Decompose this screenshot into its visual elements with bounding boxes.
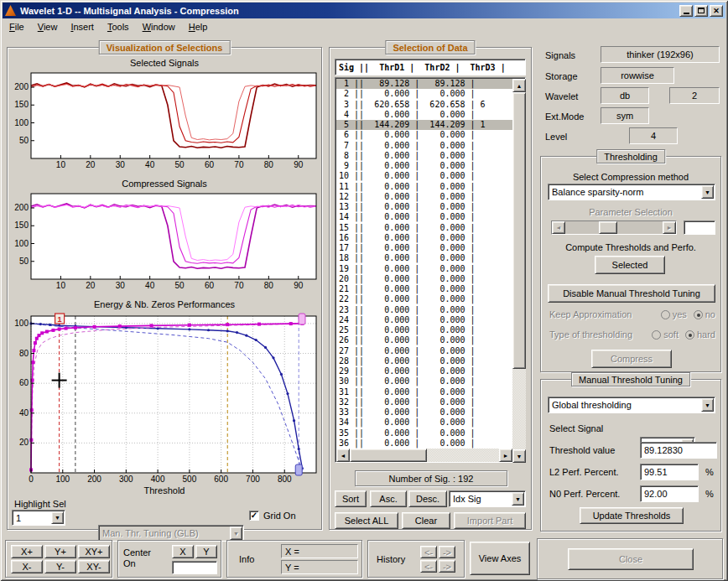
view-axes-button[interactable]: View Axes — [470, 542, 530, 575]
table-rows[interactable]: 1 || 89.128 | 89.128 | 2 || 0.000 | 0.00… — [336, 79, 512, 449]
table-row[interactable]: 16 || 0.000 | 0.000 | — [336, 233, 512, 243]
ascending-button[interactable]: Asc. — [370, 490, 407, 507]
table-row[interactable]: 7 || 0.000 | 0.000 | — [336, 141, 512, 151]
table-row[interactable]: 22 || 0.000 | 0.000 | — [336, 294, 512, 304]
threshold-value-field[interactable]: 89.12830 — [640, 442, 717, 459]
vertical-scrollbar[interactable]: ▲ ▼ — [512, 79, 526, 463]
scroll-left-button[interactable]: ◄ — [336, 449, 350, 462]
signals-table[interactable]: 1 || 89.128 | 89.128 | 2 || 0.000 | 0.00… — [335, 77, 526, 463]
minimize-button[interactable] — [679, 5, 693, 17]
manual-tuning-group: Manual Threshold Tuning Global threshold… — [540, 379, 721, 532]
center-value-field[interactable] — [172, 561, 217, 574]
chevron-down-icon[interactable]: ▼ — [51, 511, 64, 524]
table-row[interactable]: 26 || 0.000 | 0.000 | — [336, 335, 512, 345]
table-row[interactable]: 9 || 0.000 | 0.000 | — [336, 161, 512, 171]
table-row[interactable]: 30 || 0.000 | 0.000 | — [336, 376, 512, 386]
scroll-down-button[interactable]: ▼ — [512, 449, 526, 463]
descending-button[interactable]: Desc. — [408, 490, 447, 507]
update-thresholds-button[interactable]: Update Thresholds — [580, 507, 684, 524]
keep-approximation-label: Keep Approximation — [549, 309, 661, 319]
table-row[interactable]: 20 || 0.000 | 0.000 | — [336, 274, 512, 284]
zoom-y-plus-button[interactable]: Y+ — [44, 545, 76, 558]
table-row[interactable]: 35 || 0.000 | 0.000 | — [336, 428, 512, 438]
keep-yes-radio — [661, 310, 670, 319]
table-row[interactable]: 4 || 0.000 | 0.000 | — [336, 110, 512, 120]
center-y-button[interactable]: Y — [195, 545, 217, 558]
table-row[interactable]: 29 || 0.000 | 0.000 | — [336, 366, 512, 376]
title-bar[interactable]: Wavelet 1-D -- Multisignal Analysis - Co… — [3, 3, 725, 18]
menu-view[interactable]: View — [31, 20, 65, 34]
horizontal-scrollbar[interactable]: ◄ ► — [336, 449, 512, 462]
table-row[interactable]: 33 || 0.000 | 0.000 | — [336, 407, 512, 418]
sort-button[interactable]: Sort — [335, 490, 367, 507]
table-row[interactable]: 31 || 0.000 | 0.000 | — [336, 387, 512, 397]
table-row[interactable]: 13 || 0.000 | 0.000 | — [336, 202, 512, 212]
table-row[interactable]: 36 || 0.000 | 0.000 | — [336, 438, 512, 449]
window-title: Wavelet 1-D -- Multisignal Analysis - Co… — [20, 6, 678, 16]
table-row[interactable]: 14 || 0.000 | 0.000 | — [336, 212, 512, 222]
global-thresholding-dropdown[interactable]: Global thresholding ▼ — [548, 397, 715, 413]
table-row[interactable]: 11 || 0.000 | 0.000 | — [336, 182, 512, 192]
grid-on-checkbox[interactable]: ✓ — [249, 511, 259, 521]
table-row[interactable]: 25 || 0.000 | 0.000 | — [336, 325, 512, 335]
chevron-down-icon[interactable]: ▼ — [512, 492, 524, 506]
table-row[interactable]: 15 || 0.000 | 0.000 | — [336, 223, 512, 233]
table-row[interactable]: 34 || 0.000 | 0.000 | — [336, 418, 512, 428]
scroll-up-button[interactable]: ▲ — [512, 79, 526, 92]
highlight-sel-dropdown[interactable]: 1 ▼ — [12, 510, 65, 526]
close-window-button[interactable]: ✕ — [710, 5, 723, 17]
menu-tools[interactable]: Tools — [101, 20, 136, 34]
chevron-down-icon[interactable]: ▼ — [701, 398, 714, 412]
chevron-down-icon[interactable]: ▼ — [701, 185, 714, 199]
sort-by-dropdown[interactable]: Idx Sig ▼ — [449, 490, 526, 507]
table-row[interactable]: 12 || 0.000 | 0.000 | — [336, 192, 512, 202]
svg-text:80: 80 — [264, 281, 274, 290]
horizontal-scroll-thumb[interactable] — [350, 449, 427, 462]
vertical-scroll-thumb[interactable] — [512, 92, 526, 369]
menu-window[interactable]: Window — [136, 20, 182, 34]
zoom-x-plus-button[interactable]: X+ — [11, 545, 43, 558]
table-row[interactable]: 21 || 0.000 | 0.000 | — [336, 284, 512, 294]
zoom-y-minus-button[interactable]: Y- — [44, 560, 76, 573]
select-all-button[interactable]: Select ALL — [335, 512, 398, 529]
l2-perf-field[interactable]: 99.51 — [640, 464, 699, 480]
table-row[interactable]: 5 || 144.209 | 144.209 | 1 — [336, 120, 512, 130]
menu-help[interactable]: Help — [182, 20, 215, 34]
disable-manual-tuning-button[interactable]: Disable Manual Threshold Tuning — [548, 284, 715, 303]
table-row[interactable]: 18 || 0.000 | 0.000 | — [336, 253, 512, 263]
table-row[interactable]: 3 || 620.658 | 620.658 | 6 — [336, 100, 512, 110]
visualization-panel: Visualization of Selections Selected Sig… — [7, 47, 322, 530]
compression-method-dropdown[interactable]: Balance sparsity-norm ▼ — [548, 184, 715, 200]
scroll-right-button[interactable]: ► — [499, 449, 512, 462]
performance-plot[interactable]: 0100200300400500600700800204060801001 — [8, 311, 323, 489]
zoom-xy-plus-button[interactable]: XY+ — [78, 545, 110, 558]
selected-signals-plot[interactable]: 10203040506070809050100150200 — [8, 70, 323, 174]
zoom-xy-minus-button[interactable]: XY- — [78, 560, 110, 573]
maximize-button[interactable] — [694, 5, 708, 17]
storage-value-text: rowwise — [621, 70, 654, 80]
svg-text:100: 100 — [55, 475, 70, 484]
compressed-signals-plot[interactable]: 10203040506070809050100150200 — [8, 190, 323, 294]
selected-button[interactable]: Selected — [595, 256, 665, 274]
table-row[interactable]: 28 || 0.000 | 0.000 | — [336, 356, 512, 366]
zoom-x-minus-button[interactable]: X- — [11, 560, 43, 573]
table-row[interactable]: 2 || 0.000 | 0.000 | — [336, 89, 512, 99]
table-row[interactable]: 32 || 0.000 | 0.000 | — [336, 397, 512, 407]
table-row[interactable]: 10 || 0.000 | 0.000 | — [336, 171, 512, 181]
table-row[interactable]: 1 || 89.128 | 89.128 | — [336, 79, 512, 89]
n0-perf-field[interactable]: 92.00 — [640, 485, 699, 502]
table-row[interactable]: 27 || 0.000 | 0.000 | — [336, 346, 512, 356]
table-row[interactable]: 6 || 0.000 | 0.000 | — [336, 130, 512, 140]
center-x-button[interactable]: X — [172, 545, 194, 558]
clear-button[interactable]: Clear — [402, 512, 450, 529]
menu-insert[interactable]: Insert — [64, 20, 101, 34]
table-row[interactable]: 17 || 0.000 | 0.000 | — [336, 243, 512, 253]
table-row[interactable]: 19 || 0.000 | 0.000 | — [336, 264, 512, 274]
hard-label: hard — [697, 329, 715, 340]
menu-file[interactable]: File — [3, 20, 31, 34]
table-row[interactable]: 8 || 0.000 | 0.000 | — [336, 151, 512, 161]
table-row[interactable]: 24 || 0.000 | 0.000 | — [336, 315, 512, 325]
grid-on-control[interactable]: ✓ Grid On — [249, 511, 296, 521]
zoom-xy-minus-label: XY- — [86, 562, 101, 572]
table-row[interactable]: 23 || 0.000 | 0.000 | — [336, 305, 512, 315]
